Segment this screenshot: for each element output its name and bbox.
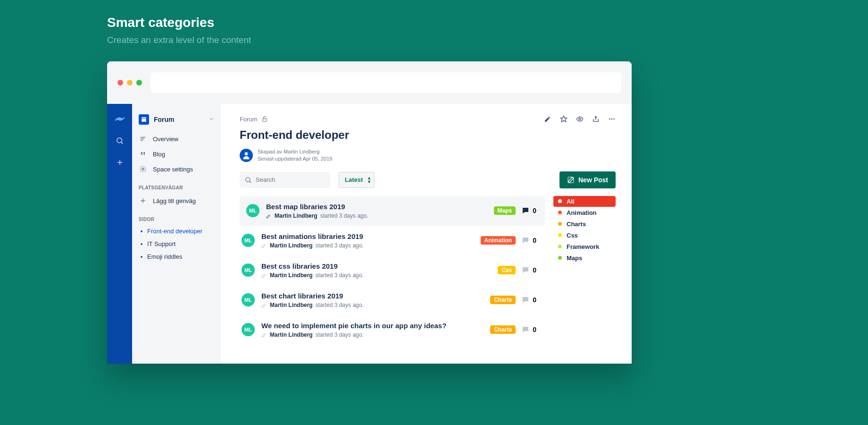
post-row[interactable]: MLBest map libraries 2019Martin Lindberg… (240, 196, 545, 226)
space-sidebar: Forum OverviewBlogSpace settings PLATSGE… (132, 104, 221, 364)
comment-count[interactable]: 0 (521, 325, 536, 334)
page-heading-subtitle: Creates an extra level of the content (107, 35, 251, 45)
sidebar-item-label: Blog (153, 151, 165, 158)
category-dot-icon (558, 233, 562, 237)
comment-number: 0 (533, 326, 536, 333)
page-item-label: Emoji riddles (147, 253, 182, 260)
svg-line-1 (121, 142, 123, 144)
comment-icon (521, 206, 530, 215)
post-row[interactable]: MLBest css libraries 2019Martin Lindberg… (240, 255, 545, 285)
post-row[interactable]: MLWe need to implement pie charts in our… (240, 315, 545, 345)
space-selector[interactable]: Forum (132, 111, 221, 131)
comment-count[interactable]: 0 (521, 296, 536, 304)
comment-icon (521, 325, 530, 334)
post-title: We need to implement pie charts in our a… (261, 322, 484, 330)
page-title: Front-end developer (240, 128, 616, 142)
search-input[interactable] (256, 176, 326, 183)
sort-select[interactable]: Latest ▴▾ (339, 172, 375, 188)
page-item-it-support[interactable]: IT Support (132, 238, 221, 250)
post-author: Martin Lindberg (270, 242, 313, 249)
new-post-label: New Post (578, 176, 608, 184)
compose-icon (567, 176, 575, 184)
post-tag[interactable]: Animation (481, 236, 516, 245)
category-css[interactable]: Css (553, 230, 616, 241)
page-item-emoji-riddles[interactable]: Emoji riddles (132, 250, 221, 263)
watch-icon[interactable] (576, 115, 584, 123)
bullet-icon (141, 230, 142, 232)
more-icon[interactable] (608, 115, 616, 123)
svg-rect-10 (262, 119, 266, 121)
create-icon[interactable] (114, 157, 125, 168)
category-maps[interactable]: Maps (553, 253, 616, 264)
gear-icon (139, 165, 147, 173)
post-avatar: ML (242, 293, 255, 306)
category-charts[interactable]: Charts (553, 219, 616, 230)
comment-count[interactable]: 0 (521, 236, 536, 245)
post-tag[interactable]: Css (498, 266, 516, 274)
svg-point-13 (609, 119, 610, 120)
svg-line-18 (250, 181, 251, 182)
categories-list: AllAnimationChartsCssFrameworkMaps (553, 196, 616, 345)
url-bar[interactable] (150, 72, 621, 93)
browser-window: Forum OverviewBlogSpace settings PLATSGE… (107, 61, 632, 364)
edit-icon[interactable] (544, 115, 551, 123)
comment-icon (521, 266, 530, 274)
post-title: Best chart libraries 2019 (261, 292, 484, 300)
category-animation[interactable]: Animation (553, 207, 616, 218)
breadcrumb[interactable]: Forum (240, 116, 258, 123)
post-meta-text: started 3 days ago. (316, 272, 364, 279)
page-item-label: IT Support (147, 240, 175, 247)
share-icon[interactable] (592, 115, 600, 123)
close-window-icon[interactable] (117, 80, 123, 85)
comment-number: 0 (533, 266, 536, 274)
space-name: Forum (154, 116, 204, 123)
page-heading-title: Smart categories (107, 15, 251, 30)
svg-point-15 (613, 119, 615, 120)
author-created: Skapad av Martin Lindberg (258, 148, 332, 155)
post-avatar: ML (242, 264, 255, 277)
search-box[interactable] (240, 172, 330, 188)
svg-point-17 (246, 177, 250, 181)
post-tag[interactable]: Charts (490, 296, 516, 304)
confluence-logo-icon[interactable] (114, 113, 125, 125)
page-item-front-end-developer[interactable]: Front-end developer (132, 225, 221, 238)
sidebar-item-blog[interactable]: Blog (132, 146, 221, 162)
select-caret-icon: ▴▾ (368, 176, 370, 184)
sidebar-item-overview[interactable]: Overview (132, 131, 221, 146)
category-label: Css (567, 232, 578, 239)
post-tag[interactable]: Maps (494, 206, 516, 215)
post-meta-text: started 3 days ago. (316, 332, 364, 338)
unlock-icon[interactable] (261, 116, 268, 122)
new-post-button[interactable]: New Post (559, 171, 616, 188)
search-icon[interactable] (114, 135, 125, 146)
category-framework[interactable]: Framework (553, 241, 616, 252)
post-row[interactable]: MLBest animations libraries 2019Martin L… (240, 226, 545, 255)
category-label: Framework (567, 243, 599, 250)
post-tag[interactable]: Charts (490, 325, 516, 334)
category-dot-icon (558, 222, 562, 226)
add-shortcut-button[interactable]: Lägg till genväg (132, 193, 221, 208)
maximize-window-icon[interactable] (136, 80, 142, 85)
sidebar-item-space-settings[interactable]: Space settings (132, 162, 221, 177)
category-label: Animation (567, 209, 597, 216)
shortcuts-heading: PLATSGENVÄGAR (132, 177, 221, 193)
comment-count[interactable]: 0 (521, 206, 536, 215)
category-all[interactable]: All (553, 196, 616, 207)
pages-heading: SIDOR (132, 208, 221, 225)
minimize-window-icon[interactable] (127, 80, 133, 85)
browser-chrome (107, 61, 632, 104)
sidebar-item-label: Overview (153, 136, 178, 143)
quotes-icon (139, 150, 147, 158)
category-dot-icon (558, 211, 562, 214)
comment-number: 0 (533, 207, 536, 214)
post-row[interactable]: MLBest chart libraries 2019Martin Lindbe… (240, 285, 545, 315)
list-icon (139, 135, 147, 143)
search-icon (244, 176, 252, 184)
star-icon[interactable] (560, 115, 568, 123)
svg-point-12 (579, 118, 581, 120)
comment-count[interactable]: 0 (521, 266, 536, 274)
post-avatar: ML (242, 323, 255, 336)
plus-icon (139, 196, 147, 205)
author-avatar[interactable] (240, 149, 253, 162)
sort-value: Latest (345, 176, 363, 183)
